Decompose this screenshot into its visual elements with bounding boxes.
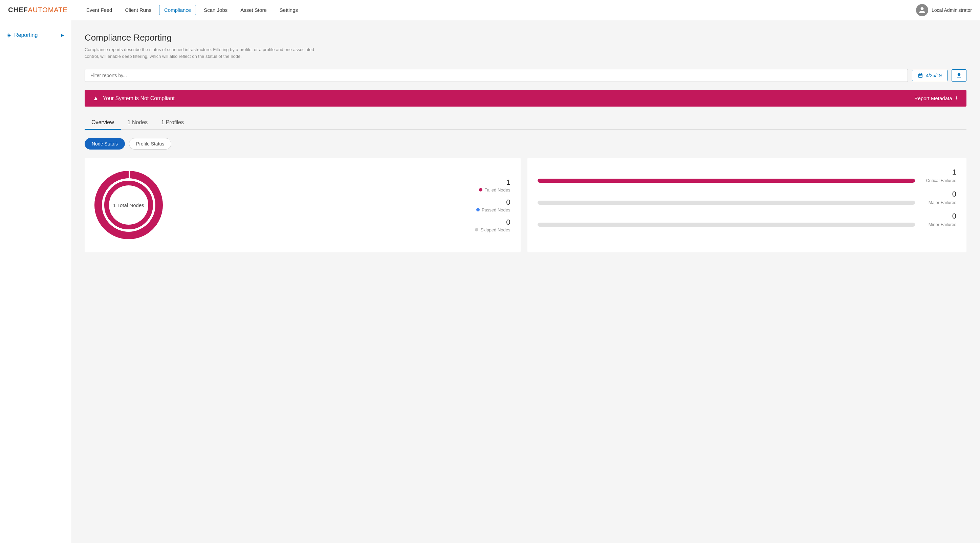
date-picker-button[interactable]: 4/25/19: [912, 70, 948, 81]
skipped-count: 0: [506, 218, 510, 227]
node-status-button[interactable]: Node Status: [84, 138, 125, 149]
major-count: 0: [952, 190, 956, 198]
plus-icon: +: [955, 95, 958, 102]
skipped-label-row: Skipped Nodes: [475, 227, 510, 232]
critical-count: 1: [952, 168, 956, 176]
report-metadata-label: Report Metadata: [914, 95, 952, 101]
critical-bar-track: [538, 179, 915, 183]
logo-automate: AUTOMATE: [28, 6, 67, 14]
app-layout: ◈ Reporting ▶ Compliance Reporting Compl…: [0, 20, 980, 543]
reporting-icon: ◈: [7, 32, 11, 38]
major-bar-track: [538, 201, 915, 205]
sidebar-item-reporting[interactable]: ◈ Reporting ▶: [0, 27, 71, 43]
avatar: [916, 4, 928, 16]
nav-event-feed[interactable]: Event Feed: [81, 5, 118, 15]
major-bar-row: Major Failures: [538, 200, 957, 205]
skipped-label: Skipped Nodes: [480, 227, 510, 232]
chevron-right-icon: ▶: [61, 33, 64, 38]
minor-bar-row: Minor Failures: [538, 222, 957, 227]
warning-icon: ▲: [93, 95, 99, 102]
minor-bar-track: [538, 222, 915, 227]
charts-row: 1 Total Nodes 1 Failed Nodes 0: [84, 158, 966, 252]
banner-text: Your System is Not Compliant: [103, 95, 175, 102]
page-title: Compliance Reporting: [84, 32, 966, 43]
skipped-dot: [475, 228, 478, 232]
top-navigation: CHEFAUTOMATE Event Feed Client Runs Comp…: [0, 0, 980, 20]
calendar-icon: [918, 73, 923, 78]
report-metadata-button[interactable]: Report Metadata +: [914, 95, 958, 102]
passed-count: 0: [506, 198, 510, 207]
tab-nodes[interactable]: 1 Nodes: [121, 116, 155, 130]
filter-row: 4/25/19: [84, 69, 966, 82]
main-content: Compliance Reporting Compliance reports …: [71, 20, 980, 543]
critical-label: Critical Failures: [919, 178, 956, 183]
legend-passed: 0 Passed Nodes: [475, 198, 510, 213]
filter-input[interactable]: [91, 73, 902, 78]
nav-scan-jobs[interactable]: Scan Jobs: [199, 5, 232, 15]
date-label: 4/25/19: [926, 73, 942, 78]
download-icon: [956, 72, 962, 78]
nav-settings[interactable]: Settings: [275, 5, 303, 15]
passed-label-row: Passed Nodes: [476, 207, 511, 213]
critical-bar-fill: [538, 179, 915, 183]
legend-failed: 1 Failed Nodes: [475, 178, 510, 192]
donut-legend: 1 Failed Nodes 0 Passed Nodes: [475, 178, 510, 232]
bar-critical: 1 Critical Failures: [538, 168, 957, 183]
passed-dot: [476, 208, 480, 211]
passed-label: Passed Nodes: [482, 207, 511, 213]
failed-label-row: Failed Nodes: [479, 187, 511, 192]
failed-dot: [479, 188, 482, 192]
major-label: Major Failures: [919, 200, 956, 205]
donut-chart: 1 Total Nodes: [91, 168, 166, 242]
user-name: Local Administrator: [932, 8, 972, 13]
nav-compliance[interactable]: Compliance: [159, 5, 196, 15]
tab-profiles[interactable]: 1 Profiles: [154, 116, 191, 130]
tab-overview[interactable]: Overview: [84, 116, 121, 130]
filter-input-wrap[interactable]: [84, 69, 908, 82]
page-description: Compliance reports describe the status o…: [84, 46, 321, 60]
sidebar-item-label: Reporting: [14, 32, 38, 38]
logo: CHEFAUTOMATE: [8, 6, 68, 14]
nav-links: Event Feed Client Runs Compliance Scan J…: [81, 5, 916, 15]
tabs-row: Overview 1 Nodes 1 Profiles: [84, 116, 966, 130]
download-button[interactable]: [951, 69, 966, 81]
failed-label: Failed Nodes: [484, 187, 511, 192]
failed-count: 1: [506, 178, 510, 187]
banner-message: ▲ Your System is Not Compliant: [93, 95, 175, 102]
legend-skipped: 0 Skipped Nodes: [475, 218, 510, 232]
donut-chart-card: 1 Total Nodes 1 Failed Nodes 0: [84, 158, 521, 252]
minor-label: Minor Failures: [919, 222, 956, 227]
compliance-banner: ▲ Your System is Not Compliant Report Me…: [84, 90, 966, 106]
donut-center-label: 1 Total Nodes: [113, 202, 144, 208]
nav-asset-store[interactable]: Asset Store: [235, 5, 272, 15]
profile-status-button[interactable]: Profile Status: [129, 138, 171, 149]
bar-minor: 0 Minor Failures: [538, 212, 957, 227]
minor-count: 0: [952, 212, 956, 221]
logo-chef: CHEF: [8, 6, 28, 14]
bar-major: 0 Major Failures: [538, 190, 957, 205]
bar-chart-card: 1 Critical Failures 0 Major Failu: [527, 158, 967, 252]
status-toggle-row: Node Status Profile Status: [84, 138, 966, 149]
user-menu[interactable]: Local Administrator: [916, 4, 972, 16]
critical-bar-row: Critical Failures: [538, 178, 957, 183]
sidebar: ◈ Reporting ▶: [0, 20, 71, 543]
nav-client-runs[interactable]: Client Runs: [120, 5, 156, 15]
